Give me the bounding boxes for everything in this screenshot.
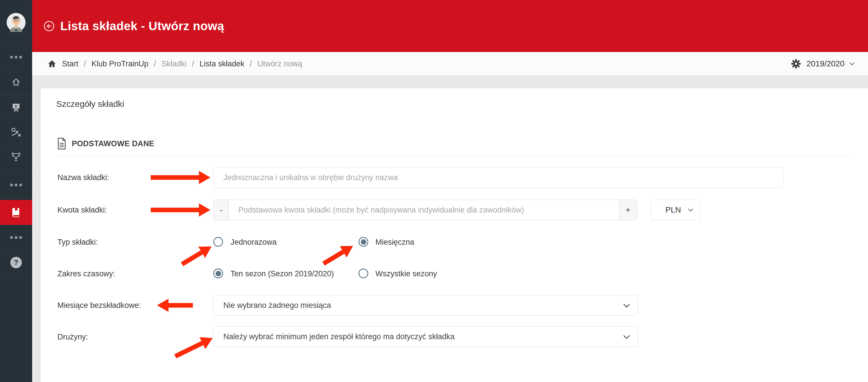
breadcrumb-item-start[interactable]: Start bbox=[62, 59, 79, 68]
kwota-decrement-button[interactable]: - bbox=[213, 200, 229, 220]
tactics-icon bbox=[10, 126, 22, 138]
sidebar-item-tactics[interactable] bbox=[0, 119, 32, 144]
presentation-video-icon bbox=[10, 101, 22, 113]
season-selector[interactable]: 2019/2020 bbox=[791, 59, 854, 69]
ellipsis-icon bbox=[10, 56, 22, 59]
user-avatar[interactable] bbox=[0, 0, 32, 45]
sidebar-item-team[interactable] bbox=[0, 144, 32, 170]
breadcrumb-bar: Start / Klub ProTrainUp / Składki / List… bbox=[32, 52, 868, 76]
miesiace-label: Miesiące bezskładkowe: bbox=[57, 301, 141, 310]
kwota-input[interactable] bbox=[228, 200, 619, 220]
chevron-down-icon bbox=[849, 61, 855, 65]
nazwa-input[interactable] bbox=[213, 167, 783, 188]
radio-miesieczna-label: Miesięczna bbox=[375, 238, 414, 247]
druzyny-select-value: Należy wybrać minimum jeden zespół które… bbox=[223, 332, 455, 341]
breadcrumb-item-skladki: Składki bbox=[162, 59, 187, 68]
home-icon bbox=[10, 77, 22, 88]
ellipsis-icon bbox=[10, 183, 22, 186]
chevron-down-icon bbox=[688, 207, 693, 212]
radio-wszystkie-sezony-label: Wszystkie sezony bbox=[375, 269, 437, 278]
radio-jednorazowa-label: Jednorazowa bbox=[230, 238, 277, 247]
avatar-image bbox=[7, 13, 26, 32]
section-divider bbox=[56, 156, 852, 156]
chevron-down-icon bbox=[623, 332, 630, 339]
breadcrumb-separator: / bbox=[250, 59, 252, 68]
back-button[interactable] bbox=[43, 21, 55, 32]
sidebar-menu-dots-middle[interactable] bbox=[0, 170, 32, 200]
annotation-arrow-kwota bbox=[151, 203, 210, 216]
document-icon bbox=[56, 137, 67, 150]
breadcrumb: Start / Klub ProTrainUp / Składki / List… bbox=[62, 59, 302, 68]
radio-ten-sezon-label: Ten sezon (Sezon 2019/2020) bbox=[230, 269, 334, 278]
annotation-arrow-miesiace bbox=[157, 299, 193, 312]
breadcrumb-separator: / bbox=[192, 59, 194, 68]
section-title: PODSTAWOWE DANE bbox=[72, 139, 154, 148]
druzyny-label: Drużyny: bbox=[57, 332, 88, 342]
radio-wszystkie-sezony[interactable] bbox=[359, 269, 368, 278]
nazwa-label: Nazwa składki: bbox=[57, 173, 109, 182]
kwota-label: Kwota składki: bbox=[57, 205, 107, 214]
radio-ten-sezon[interactable] bbox=[213, 269, 223, 278]
breadcrumb-separator: / bbox=[84, 59, 86, 68]
radio-miesieczna[interactable] bbox=[359, 237, 368, 247]
typ-label: Typ składki: bbox=[57, 238, 98, 247]
druzyny-select[interactable]: Należy wybrać minimum jeden zespół które… bbox=[213, 326, 638, 347]
breadcrumb-separator: / bbox=[154, 59, 156, 68]
sidebar-filler bbox=[0, 275, 32, 382]
page-header: Lista składek - Utwórz nową bbox=[32, 0, 868, 52]
sidebar-item-home[interactable] bbox=[0, 69, 32, 94]
sidebar-menu-dots-top[interactable] bbox=[0, 45, 32, 69]
annotation-arrow-nazwa bbox=[151, 171, 210, 184]
breadcrumb-home-icon[interactable] bbox=[48, 60, 56, 68]
card-title: Szczegóły składki bbox=[56, 99, 124, 109]
zakres-label: Zakres czasowy: bbox=[57, 269, 115, 278]
miesiace-select[interactable]: Nie wybrano żadnego miesiąca bbox=[213, 295, 638, 316]
season-value: 2019/2020 bbox=[807, 59, 844, 68]
ellipsis-icon bbox=[10, 236, 22, 239]
page-title: Lista składek - Utwórz nową bbox=[60, 19, 224, 33]
gear-icon bbox=[791, 59, 801, 69]
help-icon: ? bbox=[10, 257, 22, 268]
sidebar-item-fees-active[interactable] bbox=[0, 200, 32, 225]
sidebar: ? bbox=[0, 0, 32, 382]
sidebar-item-trainings[interactable] bbox=[0, 94, 32, 119]
section-header: PODSTAWOWE DANE bbox=[56, 137, 154, 150]
breadcrumb-item-lista-skladek[interactable]: Lista składek bbox=[199, 59, 244, 68]
book-icon bbox=[11, 207, 22, 218]
chevron-down-icon bbox=[623, 301, 630, 308]
radio-jednorazowa[interactable] bbox=[213, 237, 223, 247]
breadcrumb-item-utworz-nowa: Utwórz nową bbox=[257, 59, 302, 68]
miesiace-select-value: Nie wybrano żadnego miesiąca bbox=[223, 301, 331, 310]
sidebar-menu-dots-bottom[interactable] bbox=[0, 225, 32, 250]
team-network-icon bbox=[10, 151, 22, 163]
currency-select[interactable]: PLN bbox=[651, 200, 700, 220]
kwota-increment-button[interactable]: + bbox=[619, 200, 637, 220]
currency-value: PLN bbox=[665, 205, 681, 214]
breadcrumb-item-klub[interactable]: Klub ProTrainUp bbox=[92, 59, 149, 68]
sidebar-item-help[interactable]: ? bbox=[0, 250, 32, 275]
back-arrow-icon bbox=[43, 21, 55, 32]
